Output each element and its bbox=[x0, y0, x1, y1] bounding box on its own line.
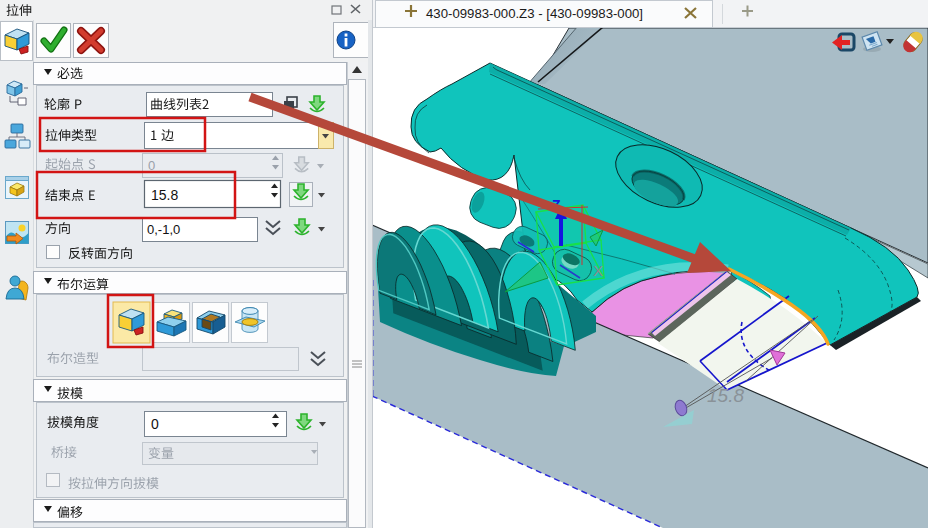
svg-text:X: X bbox=[593, 262, 603, 279]
svg-text:15.8: 15.8 bbox=[151, 187, 178, 203]
svg-text:0,-1,0: 0,-1,0 bbox=[147, 222, 180, 237]
svg-text:430-09983-000.Z3 - [430-09983-: 430-09983-000.Z3 - [430-09983-000] bbox=[426, 6, 643, 21]
svg-text:0: 0 bbox=[151, 416, 159, 432]
svg-text:15.8: 15.8 bbox=[707, 385, 744, 406]
